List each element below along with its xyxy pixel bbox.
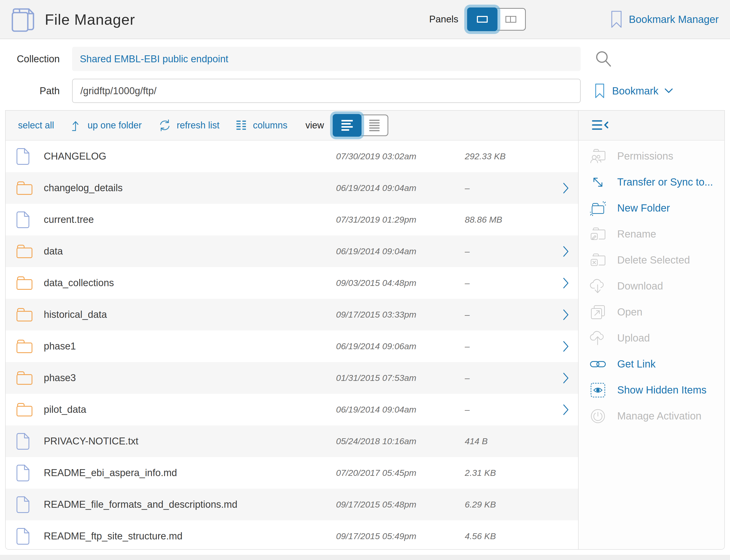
file-icon xyxy=(16,528,44,545)
file-name: pilot_data xyxy=(44,404,336,415)
file-row[interactable]: current.tree07/31/2019 01:29pm88.86 MB xyxy=(6,204,578,235)
file-modified-date: 09/17/2015 05:48pm xyxy=(336,500,465,510)
sidebar-item-show-hidden-items[interactable]: Show Hidden Items xyxy=(579,377,724,403)
list-view-button[interactable] xyxy=(333,114,361,137)
rename-icon xyxy=(590,226,610,242)
get-link-icon xyxy=(590,356,610,372)
file-row[interactable]: README_ftp_site_structure.md09/17/2015 0… xyxy=(6,520,578,549)
file-size: – xyxy=(465,310,550,320)
file-icon xyxy=(16,496,44,513)
file-name: README_ebi_aspera_info.md xyxy=(44,467,336,478)
file-row[interactable]: data06/19/2014 09:04am– xyxy=(6,235,578,267)
bookmark-manager-link[interactable]: Bookmark Manager xyxy=(611,10,719,28)
search-button[interactable] xyxy=(595,50,612,67)
file-icon xyxy=(16,211,44,228)
sidebar-item-label: Rename xyxy=(617,228,656,240)
refresh-list-label: refresh list xyxy=(177,120,219,131)
file-row[interactable]: PRIVACY-NOTICE.txt05/24/2018 10:16am414 … xyxy=(6,425,578,457)
chevron-right-icon[interactable] xyxy=(563,309,573,320)
chevron-right-icon[interactable] xyxy=(563,341,573,352)
permissions-icon xyxy=(590,148,610,164)
file-icon xyxy=(16,465,44,482)
dual-panel-button[interactable] xyxy=(497,8,526,31)
collapse-panel-button[interactable] xyxy=(592,119,609,132)
refresh-list-button[interactable]: refresh list xyxy=(158,119,219,132)
sidebar-item-label: Upload xyxy=(617,332,650,344)
file-icon xyxy=(16,148,44,165)
action-menu: PermissionsTransfer or Sync to...New Fol… xyxy=(579,141,724,429)
sidebar-item-get-link[interactable]: Get Link xyxy=(579,351,724,377)
sidebar-item-upload: Upload xyxy=(579,325,724,351)
sidebar-item-download: Download xyxy=(579,273,724,299)
file-row[interactable]: README_ebi_aspera_info.md07/20/2017 05:4… xyxy=(6,457,578,489)
file-size: 292.33 KB xyxy=(465,151,550,161)
path-field xyxy=(72,79,581,103)
file-row[interactable]: phase301/31/2015 07:53am– xyxy=(6,362,578,394)
file-row[interactable]: phase106/19/2014 09:06am– xyxy=(6,330,578,362)
file-row[interactable]: CHANGELOG07/30/2019 03:02am292.33 KB xyxy=(6,141,578,172)
transfer-sync-icon xyxy=(590,174,610,190)
file-row[interactable]: changelog_details06/19/2014 09:04am– xyxy=(6,172,578,204)
bookmark-manager-label: Bookmark Manager xyxy=(629,14,719,25)
chevron-right-icon[interactable] xyxy=(563,182,573,194)
chevron-right-icon[interactable] xyxy=(563,277,573,289)
chevron-right-icon[interactable] xyxy=(563,246,573,257)
folder-icon xyxy=(16,244,44,259)
file-size: – xyxy=(465,278,550,288)
delete-icon xyxy=(590,252,610,268)
sidebar-item-new-folder[interactable]: New Folder xyxy=(579,195,724,221)
sidebar-item-label: Show Hidden Items xyxy=(617,384,707,396)
panels-toggle xyxy=(467,7,526,31)
condensed-view-icon xyxy=(369,120,380,131)
sidebar-item-transfer-or-sync-to[interactable]: Transfer or Sync to... xyxy=(579,169,724,195)
bookmark-icon xyxy=(611,10,622,28)
cloud-download-icon xyxy=(590,278,610,294)
columns-button[interactable]: columns xyxy=(236,120,287,131)
file-modified-date: 09/17/2015 03:33pm xyxy=(336,310,465,320)
file-size: 2.31 KB xyxy=(465,468,550,478)
single-panel-button[interactable] xyxy=(467,7,498,31)
folder-icon xyxy=(16,181,44,195)
manage-activation-icon xyxy=(590,408,610,424)
single-panel-icon xyxy=(477,16,488,23)
file-size: – xyxy=(465,373,550,383)
file-row[interactable]: historical_data09/17/2015 03:33pm– xyxy=(6,299,578,330)
file-size: – xyxy=(465,183,550,193)
sidebar-item-label: Permissions xyxy=(617,150,673,162)
chevron-right-icon[interactable] xyxy=(563,372,573,384)
file-browser-panel: select all up one folder refresh list xyxy=(6,111,578,549)
bookmark-icon xyxy=(595,83,604,98)
file-row[interactable]: pilot_data06/19/2014 09:04am– xyxy=(6,394,578,425)
file-size: – xyxy=(465,405,550,415)
up-one-folder-button[interactable]: up one folder xyxy=(71,119,142,132)
list-toolbar: select all up one folder refresh list xyxy=(6,111,578,141)
open-icon xyxy=(590,304,610,320)
page-title: File Manager xyxy=(45,11,135,28)
sidebar-item-label: Download xyxy=(617,280,663,292)
content-area: select all up one folder refresh list xyxy=(5,110,725,550)
chevron-right-icon[interactable] xyxy=(563,404,573,415)
bookmark-dropdown-label: Bookmark xyxy=(612,85,658,97)
collection-field[interactable]: Shared EMBL-EBI public endpoint xyxy=(72,47,581,71)
path-input[interactable] xyxy=(73,79,580,102)
file-name: phase1 xyxy=(44,341,336,352)
select-all-button[interactable]: select all xyxy=(18,120,54,131)
file-name: CHANGELOG xyxy=(44,151,336,162)
sidebar-item-open: Open xyxy=(579,299,724,325)
panels-toggle-group: Panels xyxy=(429,7,526,31)
up-one-folder-label: up one folder xyxy=(88,120,142,131)
sidebar-item-label: Transfer or Sync to... xyxy=(617,176,713,188)
collection-label: Collection xyxy=(11,54,60,65)
collection-row: Collection Shared EMBL-EBI public endpoi… xyxy=(11,47,730,71)
location-section: Collection Shared EMBL-EBI public endpoi… xyxy=(0,39,730,110)
file-modified-date: 06/19/2014 09:04am xyxy=(336,246,465,256)
sidebar-item-label: New Folder xyxy=(617,202,670,214)
search-icon xyxy=(595,50,612,67)
file-name: phase3 xyxy=(44,372,336,383)
file-row[interactable]: data_collections09/03/2015 04:48pm– xyxy=(6,267,578,299)
bookmark-dropdown[interactable]: Bookmark xyxy=(595,83,673,98)
file-row[interactable]: README_file_formats_and_descriptions.md0… xyxy=(6,489,578,520)
condensed-view-button[interactable] xyxy=(361,115,388,136)
file-size: 6.29 KB xyxy=(465,500,550,510)
up-arrow-icon xyxy=(71,119,82,132)
